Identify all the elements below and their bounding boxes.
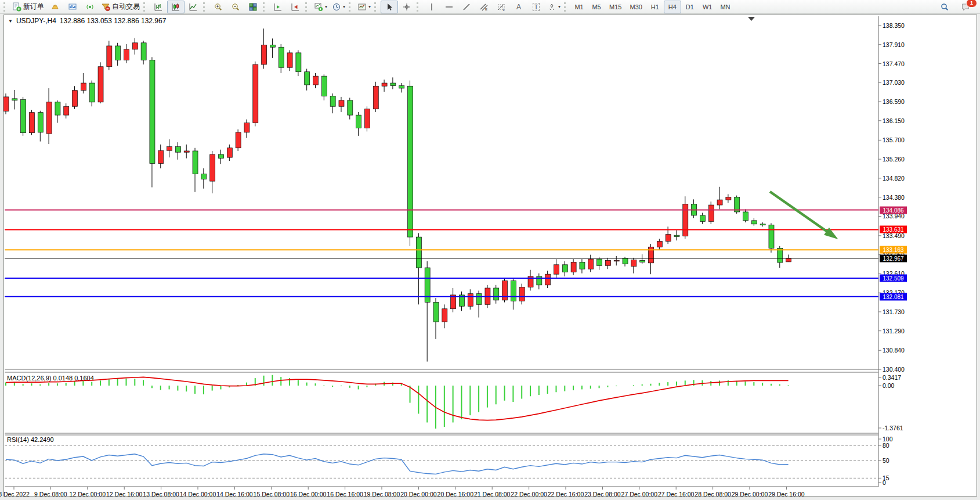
candles-layer <box>3 28 791 361</box>
timeframe-label: H4 <box>667 3 678 10</box>
gold-ingot-icon <box>50 2 60 12</box>
chart-shift-icon <box>273 2 283 12</box>
ohlc-values: 132.886 133.053 132.886 132.967 <box>60 17 167 25</box>
template-icon <box>357 2 367 12</box>
search-icon <box>940 2 949 12</box>
crosshair-tool-button[interactable] <box>398 1 415 13</box>
timeframe-d1-button[interactable]: D1 <box>681 1 699 13</box>
shapes-icon <box>547 2 556 12</box>
channel-icon: E <box>479 2 489 12</box>
svg-text:F: F <box>503 8 505 12</box>
auto-trading-button[interactable]: 自动交易 <box>99 1 142 13</box>
timeframe-mn-button[interactable]: MN <box>716 1 734 13</box>
notifications-button[interactable]: 1 <box>957 1 974 13</box>
signals-icon <box>85 2 95 12</box>
new-chart-icon <box>314 2 323 12</box>
bar-chart-mode-button[interactable] <box>150 1 167 13</box>
timeframe-h4-button[interactable]: H4 <box>664 1 681 13</box>
chevron-down-icon: ▾ <box>343 4 345 9</box>
timeframe-label: H1 <box>649 3 661 10</box>
timeframe-label: MN <box>718 3 732 10</box>
timeframe-label: M30 <box>628 3 643 10</box>
new-order-icon <box>12 2 21 12</box>
line-chart-icon <box>189 2 198 12</box>
candlestick-mode-button[interactable] <box>167 1 185 13</box>
text-label-icon: T <box>533 3 540 11</box>
chart-title: ▼ USDJPY-,H4 132.886 133.053 132.886 132… <box>8 17 166 25</box>
toolbar-grip <box>143 2 147 12</box>
crosshair-icon <box>402 2 411 12</box>
zoom-out-icon <box>231 2 240 12</box>
toolbar-grip <box>349 2 353 12</box>
auto-scroll-button[interactable] <box>287 1 304 13</box>
market-watch-icon-button[interactable] <box>64 1 81 13</box>
chart-shift-marker[interactable] <box>748 17 755 21</box>
main-toolbar: 新订单 自动交易 ▾ ▾ ▾ E F A T ▾ M1 M5 M15 M30 H… <box>0 0 980 14</box>
fibonacci-icon: F <box>497 2 506 12</box>
toolbar-grip <box>3 2 8 12</box>
horizontal-line-icon <box>444 2 454 12</box>
timeframe-label: M1 <box>573 3 585 10</box>
timeframe-m1-button[interactable]: M1 <box>570 1 588 13</box>
line-chart-mode-button[interactable] <box>185 1 202 13</box>
timeframe-w1-button[interactable]: W1 <box>699 1 717 13</box>
rsi-indicator-label: RSI(14) 42.2490 <box>7 436 54 443</box>
gold-ingot-icon-button[interactable] <box>46 1 64 13</box>
toolbar-grip <box>305 2 309 12</box>
trend-arrow[interactable] <box>770 192 831 235</box>
tile-windows-icon <box>248 2 258 12</box>
signals-icon-button[interactable] <box>81 1 99 13</box>
templates-dropdown[interactable]: ▾ <box>355 1 373 13</box>
text-tool-icon: A <box>516 3 521 11</box>
vertical-line-icon <box>427 2 436 12</box>
search-button[interactable] <box>936 1 953 13</box>
svg-text:E: E <box>485 8 487 11</box>
macd-signal-line <box>6 377 789 420</box>
macd-indicator-label: MACD(12,26,9) 0.0148 0.1604 <box>7 375 94 382</box>
new-order-button[interactable]: 新订单 <box>10 1 46 13</box>
vertical-line-tool[interactable] <box>423 1 440 13</box>
text-tool[interactable]: A <box>510 1 527 13</box>
one-click-trading-arrow-icon[interactable]: ▼ <box>8 19 13 24</box>
toolbar-grip <box>564 2 568 12</box>
chart-canvas[interactable] <box>0 0 980 500</box>
horizontal-line-tool[interactable] <box>440 1 458 13</box>
timeframe-m5-button[interactable]: M5 <box>588 1 605 13</box>
cursor-icon <box>385 2 394 12</box>
symbol-period-label: USDJPY-,H4 <box>16 17 56 25</box>
toolbar-grip <box>417 2 421 12</box>
zoom-out-button[interactable] <box>227 1 244 13</box>
trendline-tool[interactable] <box>458 1 475 13</box>
timeframe-label: M15 <box>607 3 623 10</box>
zoom-in-button[interactable] <box>209 1 227 13</box>
auto-trading-icon <box>101 2 110 12</box>
chevron-down-icon: ▾ <box>558 4 560 9</box>
new-chart-dropdown[interactable]: ▾ <box>312 1 330 13</box>
timeframe-m30-button[interactable]: M30 <box>625 1 646 13</box>
clock-icon <box>332 2 341 12</box>
fibonacci-tool[interactable]: F <box>493 1 510 13</box>
shapes-dropdown[interactable]: ▾ <box>545 1 563 13</box>
timeframe-label: D1 <box>684 3 696 10</box>
auto-trading-label: 自动交易 <box>112 2 140 12</box>
toolbar-grip <box>203 2 207 12</box>
toolbar-grip <box>263 2 267 12</box>
notification-count-badge: 1 <box>966 0 977 8</box>
new-order-label: 新订单 <box>23 2 44 12</box>
chart-shift-button[interactable] <box>269 1 287 13</box>
toolbar-right-tools: 1 <box>936 1 978 13</box>
bar-chart-icon <box>154 2 163 12</box>
auto-scroll-icon <box>291 2 300 12</box>
timeframe-h1-button[interactable]: H1 <box>646 1 664 13</box>
cursor-tool-button[interactable] <box>381 1 398 13</box>
periodicity-dropdown[interactable]: ▾ <box>330 1 348 13</box>
trendline-icon <box>462 2 471 12</box>
equidistant-channel-tool[interactable]: E <box>475 1 493 13</box>
tile-windows-button[interactable] <box>244 1 262 13</box>
zoom-in-icon <box>214 2 223 12</box>
chevron-down-icon: ▾ <box>368 4 371 9</box>
timeframe-m15-button[interactable]: M15 <box>605 1 625 13</box>
text-label-tool[interactable]: T <box>527 1 545 13</box>
toolbar-grip <box>374 2 378 12</box>
rsi-line <box>6 454 789 474</box>
